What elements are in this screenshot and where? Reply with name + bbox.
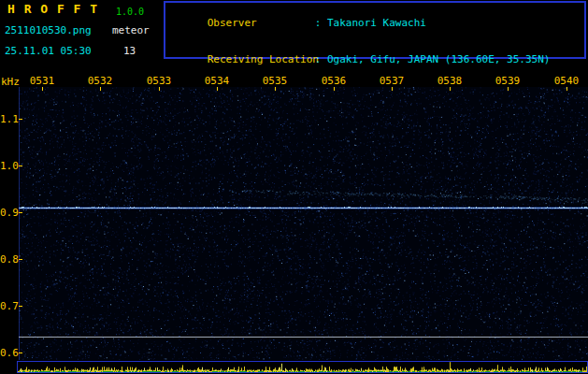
info-label: Receiving Location: [208, 53, 315, 65]
time-label: 0539: [495, 75, 521, 87]
signal-level-canvas: [18, 362, 587, 372]
time-label: 0540: [553, 75, 580, 87]
info-value: : Ogaki, Gifu, JAPAN (136.60E, 35.35N): [315, 53, 551, 65]
freq-label: 1.0: [0, 160, 17, 172]
time-label: 0533: [146, 75, 172, 87]
freq-label: 0.9: [0, 207, 17, 219]
freq-axis-unit: kHz: [1, 76, 20, 88]
time-label: 0532: [87, 75, 113, 87]
freq-label: 1.1: [0, 113, 17, 125]
app-title: H R O F F T: [7, 3, 98, 15]
mode-label: meteor: [112, 24, 150, 36]
freq-label: 0.8: [0, 253, 17, 266]
info-value: : Takanori Kawachi: [315, 17, 426, 29]
hrofft-output: H R O F F T 1.0.0 2511010530.png meteor …: [0, 0, 588, 374]
freq-label: 0.6: [0, 347, 17, 359]
time-label: 0534: [204, 75, 230, 87]
info-row-observer: Observer: Takanori Kawachi: [170, 5, 580, 41]
info-label: Observer: [208, 17, 315, 29]
time-label: 0536: [321, 75, 347, 87]
time-label: 0535: [262, 75, 288, 87]
app-version: 1.0.0: [116, 6, 144, 18]
signal-level-strip: [17, 361, 588, 373]
time-label: 0537: [379, 75, 405, 87]
echo-count: 13: [123, 45, 136, 57]
spectrogram-canvas: [19, 87, 588, 360]
station-info-box: Observer: Takanori Kawachi Receiving Loc…: [164, 1, 586, 59]
freq-label: 0.7: [0, 300, 17, 312]
info-row-location: Receiving Location: Ogaki, Gifu, JAPAN (…: [170, 41, 580, 78]
time-label: 0531: [29, 75, 55, 87]
observation-datetime: 25.11.01 05:30: [5, 45, 92, 57]
time-label: 0538: [437, 75, 463, 87]
output-filename: 2511010530.png: [5, 24, 92, 36]
